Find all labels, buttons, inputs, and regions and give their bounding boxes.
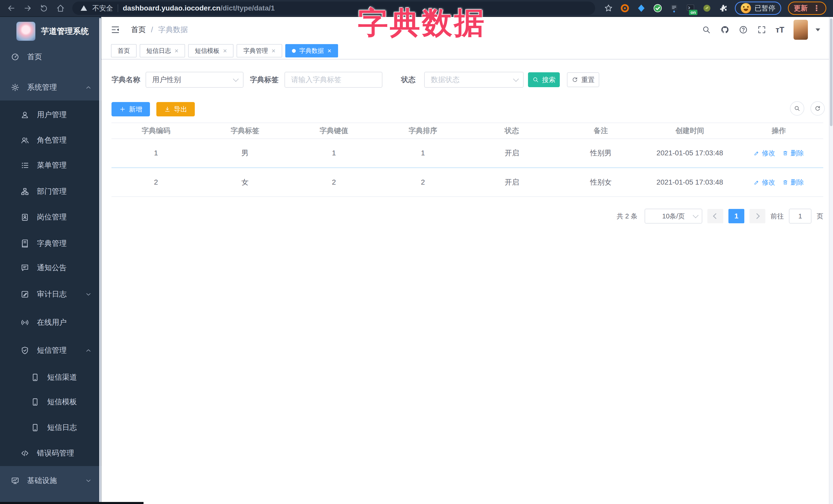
ext-orange-ring-icon[interactable] (620, 3, 630, 13)
refresh-button[interactable] (810, 101, 825, 116)
sidebar-item-sms-log[interactable]: 短信日志 (0, 415, 101, 440)
phone-icon (30, 373, 40, 382)
app-logo[interactable]: 芋道管理系统 (17, 22, 89, 41)
sidebar-item-sms-template[interactable]: 短信模板 (0, 389, 101, 415)
chat-bubble-icon (20, 263, 30, 273)
github-icon[interactable] (720, 25, 730, 34)
tab-dict-data[interactable]: 字典数据 (285, 44, 338, 57)
export-button[interactable]: 导出 (156, 102, 195, 116)
org-tree-icon (20, 187, 30, 196)
sidebar-item-system-mgmt[interactable]: 系统管理 (0, 75, 101, 100)
home-icon[interactable] (56, 4, 65, 13)
ext-puzzle-icon[interactable] (718, 3, 728, 13)
close-icon[interactable] (174, 47, 178, 54)
tab-home[interactable]: 首页 (111, 44, 137, 57)
ext-blue-gem-icon[interactable] (636, 3, 646, 13)
sidebar-scrollbar[interactable] (99, 18, 101, 504)
close-icon[interactable] (223, 47, 227, 54)
page-scrollbar[interactable] (829, 17, 833, 504)
tab-dict-mgmt[interactable]: 字典管理 (237, 44, 282, 57)
breadcrumb: 首页 / 字典数据 (131, 25, 188, 35)
next-page-button[interactable] (749, 209, 765, 223)
dict-label-input[interactable] (285, 72, 382, 88)
sidebar-item-dict-mgmt[interactable]: 字典管理 (0, 231, 101, 256)
bookmark-star-icon[interactable] (603, 3, 613, 13)
sidebar-item-audit-log[interactable]: 审计日志 (0, 282, 101, 307)
search-button[interactable]: 搜索 (528, 72, 560, 87)
ext-sliders-icon[interactable] (669, 3, 679, 13)
not-secure-warning-icon (80, 4, 88, 12)
gear-icon (10, 82, 20, 92)
table-row[interactable]: 2 女 2 2 开启 性别女 2021-01-05 17:03:48 修改 删除 (112, 168, 823, 197)
page-size-select[interactable]: 10条/页 (645, 209, 702, 223)
font-size-icon[interactable] (776, 26, 784, 34)
status-label: 状态 (401, 72, 415, 88)
sidebar-item-user-mgmt[interactable]: 用户管理 (0, 102, 101, 128)
sidebar-item-home[interactable]: 首页 (0, 44, 101, 70)
help-icon[interactable] (739, 25, 748, 34)
tab-sms-log[interactable]: 短信日志 (140, 44, 185, 57)
sidebar: 芋道管理系统 首页 系统管理 用户管理 角色管理 菜单管理 部门管理 (0, 17, 101, 504)
ext-leaf-icon[interactable] (702, 3, 712, 13)
sidebar-collapse-icon[interactable] (111, 25, 120, 34)
sidebar-item-error-code[interactable]: 错误码管理 (0, 440, 101, 466)
sidebar-item-post-mgmt[interactable]: 岗位管理 (0, 204, 101, 230)
avatar-caret-down-icon[interactable] (815, 28, 820, 31)
forward-icon[interactable] (23, 4, 32, 13)
dict-label-label: 字典标签 (250, 72, 279, 88)
sidebar-item-sms-channel[interactable]: 短信渠道 (0, 364, 101, 390)
back-icon[interactable] (7, 4, 16, 13)
status-select[interactable]: 数据状态 (424, 72, 524, 88)
scrollbar-thumb[interactable] (830, 19, 832, 126)
sidebar-item-menu-mgmt[interactable]: 菜单管理 (0, 152, 101, 178)
sidebar-item-online-users[interactable]: 在线用户 (0, 310, 101, 335)
delete-link[interactable]: 删除 (782, 178, 804, 187)
sidebar-item-notice[interactable]: 通知公告 (0, 255, 101, 281)
ext-green-check-icon[interactable] (653, 3, 663, 13)
goto-page-input[interactable] (789, 209, 811, 223)
dict-name-label: 字典名称 (112, 72, 140, 88)
close-icon[interactable] (271, 47, 275, 54)
browser-menu-icon[interactable] (813, 4, 820, 12)
edit-link[interactable]: 修改 (754, 178, 775, 187)
current-page-button[interactable]: 1 (729, 209, 744, 223)
ext-terminal-on-icon[interactable]: on (686, 3, 695, 13)
prev-page-button[interactable] (708, 209, 723, 223)
update-chip[interactable]: 更新 (788, 2, 826, 15)
bottom-edge-strip (0, 502, 144, 504)
fullscreen-icon[interactable] (757, 25, 766, 34)
close-icon[interactable] (328, 47, 331, 54)
phone-icon (30, 397, 40, 407)
reload-icon[interactable] (40, 4, 49, 13)
tab-sms-template[interactable]: 短信模板 (188, 44, 234, 57)
badge-icon (20, 212, 30, 222)
reset-button[interactable]: 重置 (567, 72, 599, 87)
profile-paused-chip[interactable]: 已暂停 (735, 2, 781, 15)
user-avatar[interactable] (793, 20, 808, 40)
user-icon (20, 110, 30, 120)
sidebar-item-dept-mgmt[interactable]: 部门管理 (0, 179, 101, 204)
sidebar-item-sms-mgmt[interactable]: 短信管理 (0, 338, 101, 363)
log-icon (20, 289, 30, 299)
chevron-down-icon (85, 477, 92, 484)
sidebar-item-infrastructure[interactable]: 基础设施 (0, 468, 101, 494)
address-bar[interactable]: 不安全 dashboard.yudao.iocoder.cn/dict/type… (72, 2, 595, 15)
chevron-down-icon (233, 76, 239, 82)
url-text: dashboard.yudao.iocoder.cn/dict/type/dat… (123, 4, 275, 12)
edit-link[interactable]: 修改 (754, 149, 775, 158)
logo-rabbit-image (17, 22, 35, 41)
toggle-search-button[interactable] (790, 101, 804, 116)
sidebar-item-role-mgmt[interactable]: 角色管理 (0, 127, 101, 153)
delete-link[interactable]: 删除 (782, 149, 804, 158)
dict-name-select[interactable]: 用户性别 (146, 72, 243, 88)
breadcrumb-home[interactable]: 首页 (131, 25, 146, 35)
add-button[interactable]: 新增 (112, 102, 150, 116)
code-icon (20, 448, 30, 458)
page-unit-label: 页 (816, 212, 823, 221)
search-icon[interactable] (702, 25, 711, 34)
browser-extensions: on 已暂停 更新 (603, 2, 826, 15)
table-row[interactable]: 1 男 1 1 开启 性别男 2021-01-05 17:03:48 修改 删除 (112, 139, 823, 168)
monitor-icon (10, 476, 20, 485)
phone-icon (30, 423, 40, 432)
main-content: 字典名称 用户性别 字典标签 状态 数据状态 搜索 重置 新增 导出 (101, 59, 829, 504)
